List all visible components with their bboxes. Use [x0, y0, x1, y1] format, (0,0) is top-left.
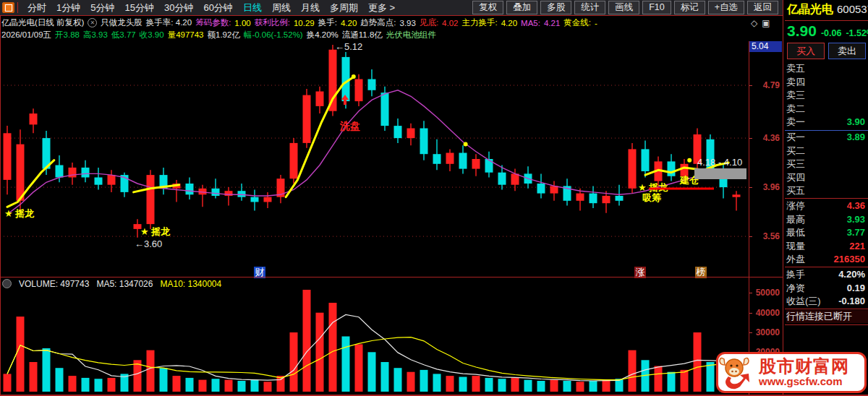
- volume-ma5-label: MA5: 1347026: [96, 279, 153, 289]
- sell-level-5[interactable]: 卖五: [786, 62, 868, 75]
- toolbar-button-2[interactable]: 多股: [540, 1, 571, 14]
- info-segment: 幅-0.06(-1.52%): [244, 30, 303, 40]
- info-segment: 趋势高点:: [360, 17, 396, 28]
- diamond-icon[interactable]: ◇: [751, 18, 757, 28]
- frame-line-top: [0, 15, 783, 16]
- info-segment: 流通11.8亿: [342, 30, 383, 40]
- row-icons: ◇ ▣: [751, 17, 783, 29]
- menu-item-period-3[interactable]: 15分钟: [119, 1, 158, 14]
- info-segment: 3.93: [400, 19, 416, 27]
- info-segment: 4.02: [442, 19, 458, 27]
- info-segment: 只做龙头股: [101, 17, 142, 28]
- buy-level-5[interactable]: 买五: [786, 184, 868, 197]
- buy-level-4-label: 买四: [786, 172, 805, 183]
- stat-row-label: 涨停: [786, 200, 805, 211]
- menu-item-period-8[interactable]: 月线: [296, 1, 325, 14]
- sell-level-2[interactable]: 卖二: [786, 103, 868, 116]
- stat-row[interactable]: 现量221: [786, 240, 868, 253]
- sell-level-2-label: 卖二: [786, 103, 805, 114]
- toolbar-button-8[interactable]: 返回: [747, 1, 778, 14]
- stat-row[interactable]: 最高3.93: [786, 213, 868, 226]
- info-segment: 2026/01/09五: [1, 30, 51, 40]
- sell-level-4-label: 卖四: [786, 77, 805, 87]
- sell-level-4[interactable]: 卖四: [786, 76, 868, 89]
- candlestick-svg[interactable]: ←5.12←3.60★ 摇龙★ 摇龙★ 摇龙吸筹建仓洗盘4.18 - 4.10: [0, 41, 749, 267]
- menu-item-period-6[interactable]: 日线: [238, 1, 267, 14]
- menu-item-period-5[interactable]: 60分钟: [198, 1, 237, 14]
- stat-row-value: 221: [849, 240, 865, 253]
- indicator-toggle-icon[interactable]: ✕: [88, 18, 97, 27]
- trading-app-window: 分时1分钟5分钟15分钟30分钟60分钟日线周线月线多周期更多 > 复权叠加多股…: [0, 0, 868, 396]
- menu-item-period-0[interactable]: 分时: [22, 1, 51, 14]
- toolbar-button-4[interactable]: 画线: [608, 1, 639, 14]
- info-segment: 换手:: [318, 17, 337, 28]
- stat-row[interactable]: 最低3.77: [786, 226, 868, 239]
- svg-text:吸筹: 吸筹: [642, 192, 661, 203]
- menu-item-period-2[interactable]: 5分钟: [85, 1, 119, 14]
- stock-name: 亿晶光电: [787, 3, 833, 15]
- buy-level-2[interactable]: 买二: [786, 145, 868, 158]
- price-axis-label: 3.56: [763, 231, 780, 241]
- sell-level-1-label: 卖一: [786, 116, 805, 127]
- buy-level-1[interactable]: 买一3.89: [786, 131, 868, 144]
- toolbar-button-0[interactable]: 复权: [472, 1, 503, 14]
- sell-level-3[interactable]: 卖三: [786, 89, 868, 102]
- info-segment: 10.29: [294, 19, 315, 27]
- candlestick-chart[interactable]: ←5.12←3.60★ 摇龙★ 摇龙★ 摇龙吸筹建仓洗盘4.18 - 4.10: [0, 41, 749, 267]
- toolbar-button-7[interactable]: +自选: [708, 1, 744, 14]
- info-segment: MA5:: [521, 19, 540, 27]
- indicator-collapse-icon[interactable]: [2, 279, 12, 288]
- price-axis: 5.04 4.794.363.963.56: [749, 41, 783, 267]
- toolbar-button-1[interactable]: 叠加: [506, 1, 537, 14]
- info-segment: 额1.92亿: [208, 30, 240, 40]
- stat-row-label: 外盘: [786, 254, 805, 264]
- volume-axis-label: 30000: [756, 327, 780, 337]
- info-segment: 4.20: [501, 19, 517, 27]
- menu-item-period-1[interactable]: 1分钟: [51, 1, 85, 14]
- price-axis-top-label: 5.04: [749, 41, 782, 52]
- app-icon[interactable]: [2, 2, 14, 13]
- panel-layout-icon[interactable]: ▣: [762, 18, 770, 28]
- volume-svg[interactable]: [0, 289, 749, 395]
- menu-item-period-9[interactable]: 多周期: [325, 1, 363, 14]
- buy-level-1-value: 3.89: [847, 131, 865, 144]
- sell-level-1-value: 3.90: [847, 116, 865, 129]
- price-axis-label: 4.79: [763, 80, 780, 90]
- info-segment: 换手率: 4.20: [146, 17, 192, 28]
- stat-row-label: 换手: [786, 269, 805, 280]
- sell-level-1[interactable]: 卖一3.90: [786, 116, 868, 129]
- sell-level-5-label: 卖五: [786, 63, 805, 74]
- buy-button[interactable]: 买入: [787, 43, 825, 59]
- stat-row-value: 3.93: [847, 213, 865, 226]
- price-change: -0.06: [821, 28, 842, 38]
- stock-code: 600537: [837, 3, 868, 15]
- svg-text:←5.12: ←5.12: [335, 41, 362, 52]
- buy-level-4[interactable]: 买四: [786, 171, 868, 184]
- toolbar-button-6[interactable]: 标记: [674, 1, 705, 14]
- svg-text:4.18 - 4.10: 4.18 - 4.10: [697, 157, 742, 168]
- stat-row[interactable]: 外盘216350: [786, 253, 868, 266]
- stat-row-label: 最低: [786, 227, 805, 238]
- volume-chart[interactable]: [0, 289, 749, 395]
- connection-status: 行情连接已断开: [786, 310, 868, 323]
- toolbar-button-5[interactable]: F10: [642, 1, 671, 14]
- stat-row[interactable]: 净资0.19: [786, 282, 868, 295]
- menu-item-period-7[interactable]: 周线: [267, 1, 296, 14]
- volume-value-label: VOLUME: 497743: [19, 279, 89, 289]
- price-axis-label: 4.36: [763, 133, 780, 143]
- toolbar-button-3[interactable]: 统计: [574, 1, 605, 14]
- buy-level-3[interactable]: 买三: [786, 158, 868, 171]
- info-segment: 换4.20%: [307, 30, 339, 40]
- stat-row[interactable]: 换手4.20%: [786, 268, 868, 281]
- info-segment: 获利比例:: [255, 17, 290, 28]
- sell-button[interactable]: 卖出: [828, 43, 866, 59]
- menu-item-period-10[interactable]: 更多 >: [363, 1, 400, 14]
- stat-row[interactable]: 收益(三)-0.180: [786, 295, 868, 308]
- panel-separator: [785, 198, 868, 199]
- menu-item-period-4[interactable]: 30分钟: [159, 1, 198, 14]
- info-segment: 开3.88: [55, 30, 80, 40]
- stat-row-value: -0.180: [838, 295, 865, 308]
- stat-row-label: 收益(三): [786, 296, 821, 306]
- stat-row[interactable]: 涨停4.36: [786, 199, 868, 212]
- info-segment: 1.00: [234, 19, 250, 27]
